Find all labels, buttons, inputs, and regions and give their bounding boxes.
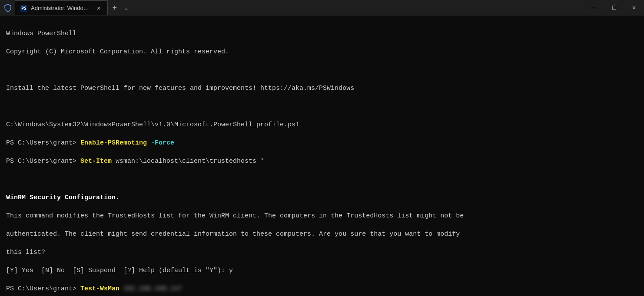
cmd-7: Enable-PSRemoting (80, 139, 147, 147)
cmd-15: Test-WsMan (80, 285, 120, 293)
titlebar: PS Administrator: Windows Powe ✕ + ⌄ ― ☐… (0, 0, 644, 16)
line-15: PS C:\Users\grant> Test-WsMan 192.168.10… (6, 284, 638, 293)
tab-dropdown-button[interactable]: ⌄ (121, 0, 131, 15)
line-12: authenticated. The client might send cre… (6, 230, 638, 239)
maximize-button[interactable]: ☐ (604, 0, 624, 16)
tab-ps-icon: PS (20, 5, 27, 12)
prompt-15: PS C:\Users\grant> (6, 285, 80, 293)
line-10: WinRM Security Configuration. (6, 193, 638, 202)
line-4: Install the latest PowerShell for new fe… (6, 84, 638, 93)
line-8: PS C:\Users\grant> Set-Item wsman:\local… (6, 157, 638, 166)
args-7: -Force (147, 139, 174, 147)
tab-title: Administrator: Windows Powe (31, 5, 92, 11)
line-13: this list? (6, 248, 638, 257)
line-6: C:\Windows\System32\WindowsPowerShell\v1… (6, 120, 638, 129)
line-1: Windows PowerShell (6, 29, 638, 38)
powershell-tab[interactable]: PS Administrator: Windows Powe ✕ (15, 0, 108, 15)
line-9 (6, 175, 638, 184)
svg-text:PS: PS (21, 6, 27, 11)
line-11: This command modifies the TrustedHosts l… (6, 211, 638, 220)
close-button[interactable]: ✕ (624, 0, 644, 16)
line-7: PS C:\Users\grant> Enable-PSRemoting -Fo… (6, 138, 638, 148)
cmd-8: Set-Item (80, 158, 112, 165)
terminal-output[interactable]: Windows PowerShell Copyright (C) Microso… (0, 16, 644, 296)
args-8: wsman:\localhost\client\trustedhosts * (112, 158, 264, 165)
minimize-button[interactable]: ― (584, 0, 604, 16)
window-controls: ― ☐ ✕ (584, 0, 644, 16)
line-2: Copyright (C) Microsoft Corporation. All… (6, 47, 638, 56)
space-15 (120, 285, 123, 293)
new-tab-button[interactable]: + (108, 0, 121, 15)
prompt-7: PS C:\Users\grant> (6, 139, 80, 147)
shield-icon (3, 3, 12, 12)
prompt-8: PS C:\Users\grant> (6, 158, 80, 165)
line-5 (6, 102, 638, 111)
tab-close-button[interactable]: ✕ (95, 3, 102, 13)
blurred-ip-15: 192.168.100.147 (123, 284, 182, 293)
line-3 (6, 66, 638, 75)
line-14: [Y] Yes [N] No [S] Suspend [?] Help (def… (6, 266, 638, 275)
